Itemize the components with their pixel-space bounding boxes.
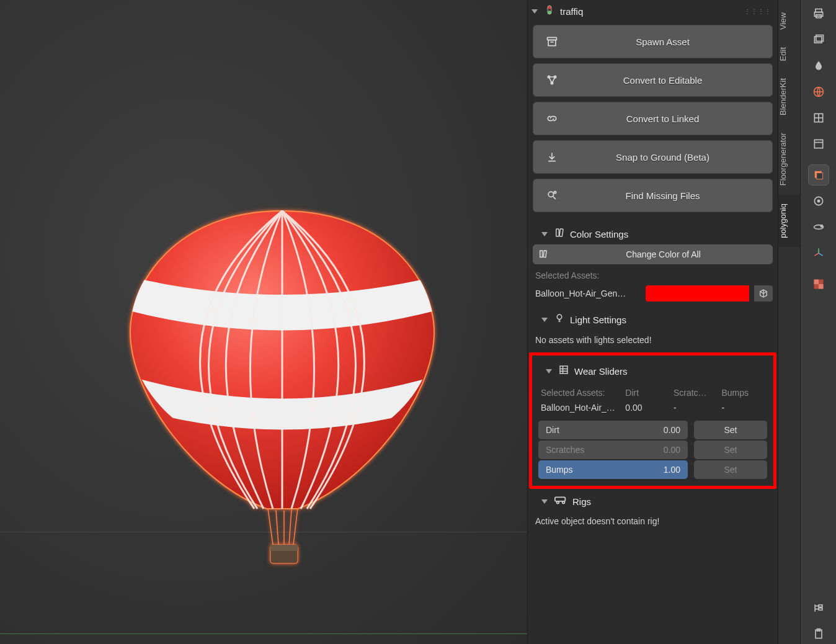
n-panel-tabs[interactable]: ViewEditBlenderKitFloorgeneratorpolygoni…: [778, 0, 800, 644]
svg-line-1: [268, 509, 273, 545]
svg-point-17: [548, 192, 553, 197]
svg-line-50: [819, 253, 823, 256]
isolate-object-button[interactable]: [754, 285, 773, 302]
chevron-down-icon[interactable]: [541, 318, 548, 322]
light-settings-title: Light Settings: [570, 315, 626, 325]
light-empty-message: No assets with lights selected!: [528, 330, 778, 352]
color-swatch[interactable]: [646, 285, 749, 302]
right-toolbar[interactable]: [800, 0, 836, 644]
svg-rect-58: [819, 605, 822, 607]
svg-point-24: [557, 315, 562, 320]
mesh-icon: [542, 74, 562, 86]
drag-handle-icon[interactable]: ⋮⋮⋮⋮: [744, 8, 772, 15]
layers-icon[interactable]: [809, 165, 829, 185]
svg-rect-54: [819, 284, 824, 289]
chevron-down-icon[interactable]: [541, 499, 548, 504]
images-icon[interactable]: [809, 30, 829, 50]
snap-ground-button[interactable]: Snap to Ground (Beta): [533, 140, 773, 174]
link-icon: [542, 112, 562, 125]
convert-editable-button[interactable]: Convert to Editable: [533, 63, 773, 97]
addon-header[interactable]: traffiq ⋮⋮⋮⋮: [528, 0, 778, 22]
svg-rect-44: [816, 173, 822, 179]
globe-icon[interactable]: [809, 82, 829, 102]
addon-title: traffiq: [560, 6, 583, 17]
convert-linked-button[interactable]: Convert to Linked: [533, 102, 773, 135]
3d-viewport[interactable]: [0, 0, 527, 644]
chevron-down-icon[interactable]: [541, 232, 548, 236]
clipboard-icon[interactable]: [809, 624, 829, 644]
svg-rect-21: [559, 229, 563, 237]
palette-icon: [554, 227, 565, 241]
svg-line-4: [289, 509, 291, 545]
svg-rect-25: [560, 366, 567, 373]
svg-point-19: [554, 191, 556, 193]
light-settings-header[interactable]: Light Settings: [528, 306, 778, 330]
download-icon: [542, 151, 562, 163]
wear-sliders-title: Wear Sliders: [574, 366, 628, 377]
printer-icon[interactable]: [809, 4, 829, 24]
scratches-slider[interactable]: Scratches0.00: [538, 441, 688, 459]
color-settings-title: Color Settings: [570, 229, 628, 239]
svg-rect-29: [555, 497, 566, 501]
svg-point-48: [820, 225, 822, 227]
chevron-down-icon[interactable]: [546, 369, 552, 373]
change-color-all-button[interactable]: Change Color of All: [533, 244, 773, 264]
svg-line-51: [814, 253, 819, 256]
svg-rect-23: [543, 251, 546, 257]
vtab-view[interactable]: View: [778, 4, 800, 38]
sliders-icon: [558, 364, 569, 378]
tree-view-icon[interactable]: [809, 598, 829, 618]
wear-table-header: Selected Assets: Dirt Scratc… Bumps: [535, 382, 771, 400]
dirt-slider[interactable]: Dirt0.00: [538, 421, 688, 439]
color-settings-header[interactable]: Color Settings: [528, 221, 778, 244]
spawn-asset-button[interactable]: Spawn Asset: [533, 25, 773, 58]
grid-icon[interactable]: [809, 108, 829, 128]
lightbulb-icon: [554, 313, 565, 326]
svg-line-5: [293, 508, 298, 545]
bumps-set-button[interactable]: Set: [694, 460, 767, 479]
selected-asset-name: Balloon_Hot-Air_Gen…: [535, 288, 641, 298]
traffiq-logo-icon: [544, 4, 555, 18]
droplet-icon[interactable]: [809, 56, 829, 76]
rigs-empty-message: Active object doesn't contain rig!: [528, 511, 778, 534]
svg-point-46: [817, 200, 819, 202]
svg-point-30: [557, 501, 559, 504]
svg-rect-53: [814, 280, 819, 285]
archive-icon: [542, 35, 562, 48]
bumps-slider[interactable]: Bumps1.00: [538, 460, 688, 479]
svg-rect-41: [814, 140, 822, 148]
svg-rect-7: [270, 545, 298, 551]
svg-point-31: [563, 501, 565, 504]
rigs-title: Rigs: [572, 496, 591, 507]
svg-line-2: [276, 510, 278, 545]
svg-rect-20: [556, 229, 559, 236]
vtab-edit[interactable]: Edit: [778, 38, 800, 69]
find-missing-button[interactable]: Find Missing Files: [533, 179, 773, 212]
grid-axis: [0, 633, 527, 634]
svg-rect-12: [548, 40, 556, 46]
brush-icon: [533, 244, 554, 264]
vtab-polygoniq[interactable]: polygoniq: [778, 195, 800, 247]
vtab-floorgenerator[interactable]: Floorgenerator: [778, 124, 800, 194]
dirt-set-button[interactable]: Set: [694, 421, 767, 439]
selected-assets-label: Selected Assets:: [528, 264, 778, 283]
rigs-header[interactable]: Rigs: [528, 489, 778, 511]
search-file-icon: [542, 189, 562, 202]
wear-table-row: Balloon_Hot-Air_… 0.00 - -: [535, 400, 771, 420]
properties-sidebar[interactable]: traffiq ⋮⋮⋮⋮ Spawn Asset Convert to Edit…: [527, 0, 778, 644]
chevron-down-icon[interactable]: [531, 9, 538, 14]
vtab-blenderkit[interactable]: BlenderKit: [778, 69, 800, 124]
svg-rect-22: [540, 251, 543, 257]
svg-rect-59: [819, 608, 822, 610]
wear-sliders-panel-highlight: Wear Sliders Selected Assets: Dirt Scrat…: [529, 352, 776, 489]
svg-line-18: [553, 197, 556, 199]
checker-icon[interactable]: [809, 274, 829, 294]
orbit-icon[interactable]: [809, 217, 829, 237]
target-icon[interactable]: [809, 191, 829, 211]
panel-icon[interactable]: [809, 134, 829, 154]
wear-sliders-header[interactable]: Wear Sliders: [535, 358, 771, 382]
vehicle-icon: [554, 495, 567, 508]
axis-icon[interactable]: [809, 243, 829, 263]
scratches-set-button[interactable]: Set: [694, 441, 767, 459]
selected-object-balloon[interactable]: [124, 205, 440, 577]
